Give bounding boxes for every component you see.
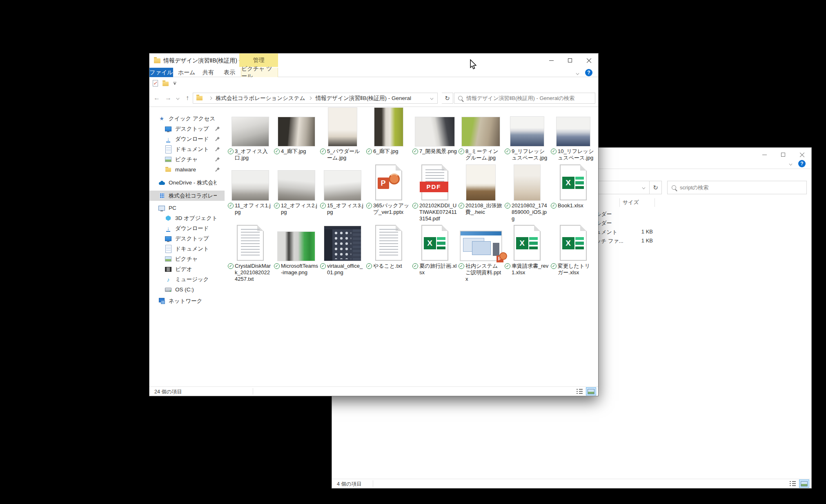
sidebar-item-os-c[interactable]: OS (C:) — [149, 284, 225, 295]
file-name: 10_リフレッシュスペース.jpg — [558, 148, 595, 161]
maximize-button[interactable] — [774, 148, 793, 162]
thumbnail-view-button[interactable] — [586, 387, 596, 395]
close-button[interactable] — [793, 148, 811, 162]
tab-home[interactable]: ホーム — [176, 68, 197, 77]
sidebar-item-company[interactable]: 株式会社コラボレーションシス — [149, 191, 225, 201]
sidebar-item-quick-access[interactable]: クイック アクセス — [149, 113, 225, 124]
sidebar-item-downloads-pc[interactable]: ダウンロード — [149, 223, 225, 233]
recent-locations-button[interactable] — [174, 92, 181, 104]
file-tile[interactable]: 12_オフィス2.jpg — [273, 162, 319, 222]
file-tile[interactable]: やること.txt — [365, 222, 412, 282]
sidebar-item-onedrive[interactable]: OneDrive - 株式会社コラボ — [149, 178, 225, 188]
sidebar-item-malware[interactable]: malware — [149, 164, 225, 175]
file-tile[interactable]: 3_オフィス入口.jpg — [227, 108, 273, 161]
sidebar-item-music[interactable]: ミュージック — [149, 274, 225, 284]
sidebar-item-network[interactable]: ネットワーク — [149, 296, 225, 306]
sidebar-item-pictures-pc[interactable]: ピクチャ — [149, 254, 225, 264]
file-name: 20210802_174859000_iOS.jpg — [512, 202, 549, 222]
sidebar-item-pictures[interactable]: ピクチャ — [149, 154, 225, 164]
file-tile[interactable]: 8_ミーティングルーム.jpg — [458, 108, 504, 161]
sidebar-item-downloads[interactable]: ダウンロード — [149, 134, 225, 144]
excel-file-icon — [560, 225, 587, 261]
file-tile[interactable]: 7_開発風景.png — [412, 108, 458, 161]
file-tile[interactable]: 365バックアップ_ver1.pptx — [365, 162, 412, 222]
sidebar-item-3d-objects[interactable]: 3D オブジェクト — [149, 213, 225, 223]
address-dropdown-icon[interactable] — [430, 97, 434, 100]
status-bar: 24 個の項目 — [149, 386, 598, 396]
file-tile[interactable]: 15_オフィス3.jpg — [319, 162, 365, 222]
sync-check-icon — [228, 149, 234, 154]
file-tile[interactable]: MicrosoftTeams-image.png — [273, 222, 319, 282]
new-folder-icon[interactable] — [163, 82, 169, 86]
file-tile[interactable]: 4_廊下.jpg — [273, 108, 319, 161]
file-tile[interactable]: CrystalDiskMark_20210820224257.txt — [227, 222, 273, 282]
file-tile[interactable]: 6_廊下.jpg — [365, 108, 412, 161]
sync-check-icon — [274, 203, 280, 209]
sidebar-item-pc[interactable]: PC — [149, 203, 225, 213]
customize-toolbar-icon[interactable] — [173, 82, 176, 85]
sync-check-icon — [228, 263, 234, 269]
file-tile[interactable]: 社内システムご説明資料.pptx — [458, 222, 504, 282]
tab-file[interactable]: ファイル — [149, 68, 173, 77]
item-count: 24 個の項目 — [154, 389, 182, 395]
ribbon-collapse-button[interactable] — [574, 70, 580, 76]
sidebar-item-label: ドキュメント — [175, 146, 209, 153]
minimize-button[interactable] — [755, 148, 774, 162]
file-tile[interactable]: 変更したトリガー.xlsx — [550, 222, 596, 282]
minimize-icon — [762, 155, 767, 155]
sync-check-icon — [551, 203, 557, 209]
sidebar-item-label: ダウンロード — [175, 225, 209, 232]
file-tile[interactable]: 夏の旅行計画.xlsx — [412, 222, 458, 282]
sidebar-item-desktop[interactable]: デスクトップ — [149, 124, 225, 134]
sidebar-item-label: OS (C:) — [175, 286, 194, 293]
back-button[interactable]: ← — [151, 92, 162, 104]
file-name: 3_オフィス入口.jpg — [235, 148, 272, 161]
help-button[interactable] — [585, 69, 592, 76]
sidebar-item-desktop-pc[interactable]: デスクトップ — [149, 233, 225, 244]
file-tile[interactable]: virtaual_office_01.png — [319, 222, 365, 282]
thumbnail-view-button[interactable] — [799, 480, 809, 488]
breadcrumb-current[interactable]: 情報デザイン演習ⅡB(検証用) - General — [315, 95, 411, 102]
address-dropdown-icon[interactable] — [642, 186, 646, 189]
search-box[interactable]: 情報デザイン演習ⅡB(検証用) - Generalの検索 — [454, 93, 595, 104]
search-icon — [672, 185, 676, 190]
file-tile[interactable]: 9_リフレッシュスペース.jpg — [504, 108, 550, 161]
file-tile[interactable]: 20210802_174859000_iOS.jpg — [504, 162, 550, 222]
sync-check-icon — [459, 149, 464, 154]
tab-share[interactable]: 共有 — [198, 68, 218, 77]
minimize-button[interactable] — [542, 53, 561, 67]
address-bar[interactable]: 株式会社コラボレーションシステム 情報デザイン演習ⅡB(検証用) - Gener… — [193, 93, 438, 104]
breadcrumb-root[interactable]: 株式会社コラボレーションシステム — [216, 95, 305, 102]
properties-icon[interactable] — [153, 80, 158, 87]
quick-access-toolbar — [149, 77, 598, 89]
close-button[interactable] — [579, 53, 598, 67]
file-tile[interactable]: Book1.xlsx — [550, 162, 596, 222]
tab-view[interactable]: 表示 — [220, 68, 239, 77]
file-tile[interactable]: 10_リフレッシュスペース.jpg — [550, 108, 596, 161]
file-tile[interactable]: 202102KDDI_UTIWAKE0724113154.pdf — [412, 162, 458, 222]
file-tile[interactable]: 車賃請求書_rev1.xlsx — [504, 222, 550, 282]
details-view-button[interactable] — [574, 387, 585, 395]
sidebar-item-documents-pc[interactable]: ドキュメント — [149, 244, 225, 254]
column-header-size[interactable]: サイズ — [623, 199, 639, 206]
refresh-button[interactable]: ↻ — [442, 93, 453, 104]
mouse-cursor — [470, 59, 477, 70]
tab-picture-tools[interactable]: ピクチャ ツール — [241, 68, 278, 77]
pin-icon — [216, 147, 220, 151]
sidebar-item-videos[interactable]: ビデオ — [149, 264, 225, 274]
file-tile[interactable]: 11_オフィス1.jpg — [227, 162, 273, 222]
help-button[interactable] — [798, 160, 806, 167]
pc-icon — [158, 205, 165, 211]
up-button[interactable]: ↑ — [182, 92, 193, 104]
maximize-button[interactable] — [561, 53, 579, 67]
ribbon-collapse-button[interactable] — [788, 161, 793, 167]
search-placeholder: 情報デザイン演習ⅡB(検証用) - Generalの検索 — [466, 95, 574, 102]
forward-button[interactable]: → — [163, 92, 174, 104]
sidebar-item-documents[interactable]: ドキュメント — [149, 144, 225, 154]
refresh-button[interactable]: ↻ — [650, 181, 662, 194]
search-box[interactable]: scriptの検索 — [667, 181, 807, 194]
file-tile[interactable]: 202108_出張旅費_.heic — [458, 162, 504, 222]
details-view-button[interactable] — [788, 480, 798, 488]
onedrive-icon — [158, 180, 165, 186]
file-tile[interactable]: 5_パウダールーム.jpg — [319, 108, 365, 161]
